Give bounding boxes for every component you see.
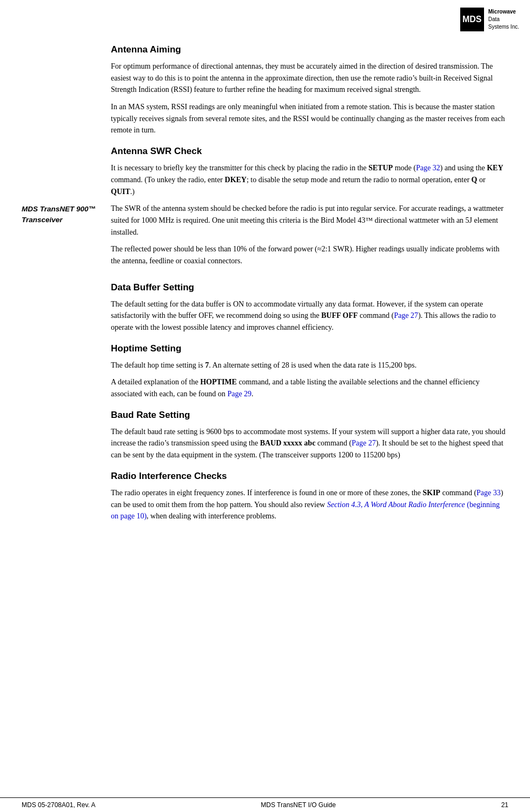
antenna-aiming-para2: In an MAS system, RSSI readings are only… — [111, 101, 508, 136]
swr-sidebar-section: MDS TransNET 900™ Transceiver The SWR of… — [22, 203, 508, 272]
sidebar-content: The SWR of the antenna system should be … — [111, 203, 508, 272]
hoptime-para2: A detailed explanation of the HOPTIME co… — [111, 376, 508, 400]
hoptime-section: Hoptime Setting The default hop time set… — [22, 343, 508, 400]
radio-interference-para1: The radio operates in eight frequency zo… — [111, 487, 508, 522]
antenna-aiming-heading: Antenna Aiming — [111, 44, 508, 55]
data-buffer-section: Data Buffer Setting The default setting … — [22, 282, 508, 334]
baud-rate-heading: Baud Rate Setting — [111, 410, 508, 421]
logo-area: MDS Microwave Data Systems Inc. — [460, 8, 519, 31]
page-header: MDS Microwave Data Systems Inc. — [0, 0, 530, 37]
company-line2: Data — [488, 16, 519, 23]
section43-link[interactable]: Section 4.3, A Word About Radio Interfer… — [327, 501, 465, 509]
data-buffer-para1: The default setting for the data buffer … — [111, 298, 508, 334]
page-container: MDS Microwave Data Systems Inc. Antenna … — [0, 0, 530, 812]
footer-left: MDS 05-2708A01, Rev. A — [22, 801, 96, 809]
page27-link-buffer[interactable]: Page 27 — [394, 311, 418, 320]
page32-link[interactable]: Page 32 — [416, 164, 440, 172]
company-line3: Systems Inc. — [488, 23, 519, 31]
antenna-swr-section: Antenna SWR Check It is necessary to bri… — [22, 146, 508, 272]
swr-indented-para2: The reflected power should be less than … — [111, 243, 508, 267]
page33-link[interactable]: Page 33 — [476, 489, 501, 497]
sidebar-label: MDS TransNET 900™ Transceiver — [22, 203, 111, 272]
page29-link[interactable]: Page 29 — [227, 390, 251, 398]
logo-mds-text: MDS — [462, 15, 482, 24]
antenna-aiming-para1: For optimum performance of directional a… — [111, 61, 508, 96]
antenna-aiming-section: Antenna Aiming For optimum performance o… — [22, 44, 508, 136]
footer-right: 21 — [501, 801, 508, 809]
baud-rate-para1: The default baud rate setting is 9600 bp… — [111, 426, 508, 461]
swr-indented-para1: The SWR of the antenna system should be … — [111, 203, 508, 238]
hoptime-heading: Hoptime Setting — [111, 343, 508, 354]
radio-interference-section: Radio Interference Checks The radio oper… — [22, 471, 508, 522]
logo-box: MDS — [460, 8, 484, 31]
page-footer: MDS 05-2708A01, Rev. A MDS TransNET I/O … — [0, 797, 530, 812]
footer-center: MDS TransNET I/O Guide — [261, 801, 336, 809]
radio-interference-heading: Radio Interference Checks — [111, 471, 508, 482]
company-line1: Microwave — [488, 8, 519, 16]
content-area: Antenna Aiming For optimum performance o… — [0, 37, 530, 537]
data-buffer-heading: Data Buffer Setting — [111, 282, 508, 293]
antenna-swr-heading: Antenna SWR Check — [111, 146, 508, 157]
baud-rate-section: Baud Rate Setting The default baud rate … — [22, 410, 508, 461]
antenna-swr-para1: It is necessary to briefly key the trans… — [111, 162, 508, 197]
logo-company-text: Microwave Data Systems Inc. — [488, 8, 519, 31]
page27-link-baud[interactable]: Page 27 — [352, 439, 376, 447]
hoptime-para1: The default hop time setting is 7. An al… — [111, 360, 508, 371]
